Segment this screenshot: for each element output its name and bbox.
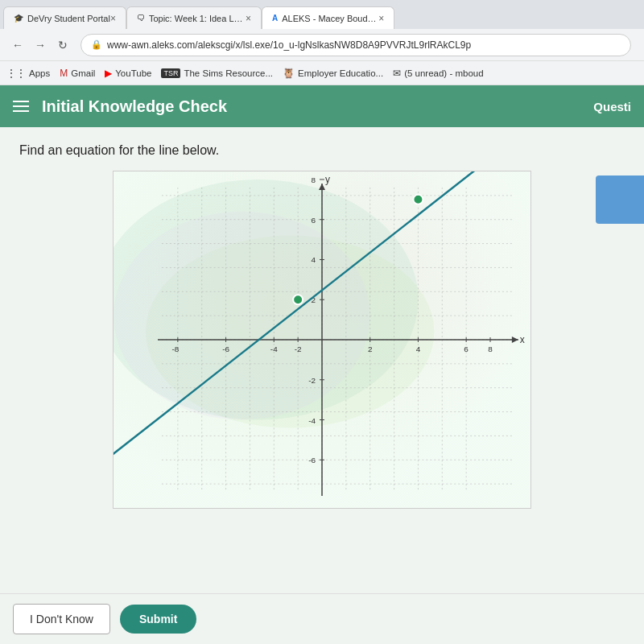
address-bar[interactable]: 🔒 www-awn.aleks.com/alekscgi/x/lsl.exe/1…	[80, 34, 631, 56]
tab-favicon-topic: 🗨	[137, 14, 145, 23]
svg-text:2: 2	[368, 345, 373, 353]
tab-topic[interactable]: 🗨 Topic: Week 1: Idea Lab (Discussi ×	[126, 6, 262, 29]
forward-button[interactable]: →	[29, 34, 52, 56]
gmail-icon: M	[60, 68, 68, 79]
submit-button[interactable]: Submit	[120, 605, 196, 634]
svg-text:-6: -6	[308, 456, 316, 464]
tab-label-devry: DeVry Student Portal	[27, 14, 110, 23]
svg-text:8: 8	[312, 175, 316, 184]
tab-label-topic: Topic: Week 1: Idea Lab (Discussi	[149, 14, 246, 23]
question-counter-label: Questi	[593, 100, 631, 114]
tab-close-devry[interactable]: ×	[110, 13, 116, 24]
svg-text:6: 6	[464, 345, 469, 353]
svg-text:-2: -2	[308, 376, 316, 385]
content-wrapper: Initial Knowledge Check Questi Find an e…	[0, 85, 644, 644]
aleks-header: Initial Knowledge Check Questi	[0, 85, 644, 127]
apps-icon: ⋮⋮	[6, 68, 26, 79]
browser-chrome: 🎓 DeVry Student Portal × 🗨 Topic: Week 1…	[0, 0, 644, 85]
employer-icon: 🦉	[283, 68, 295, 79]
svg-point-70	[413, 195, 423, 204]
bookmark-gmail-label: Gmail	[71, 68, 95, 78]
bookmark-youtube-label: YouTube	[115, 68, 151, 78]
bookmark-email[interactable]: ✉ (5 unread) - mboud	[393, 68, 483, 79]
svg-text:-4: -4	[308, 416, 316, 425]
svg-point-69	[293, 295, 303, 304]
bookmark-employer-label: Employer Educatio...	[298, 68, 383, 78]
svg-text:8: 8	[488, 345, 493, 353]
back-button[interactable]: ←	[6, 34, 29, 56]
question-text: Find an equation for the line below.	[19, 143, 625, 158]
bookmark-apps[interactable]: ⋮⋮ Apps	[6, 68, 50, 79]
bookmark-sims[interactable]: TSR The Sims Resource...	[161, 68, 273, 78]
svg-text:-8: -8	[171, 345, 179, 353]
hamburger-line-3	[13, 110, 29, 112]
tab-close-aleks[interactable]: ×	[378, 13, 384, 24]
bookmarks-bar: ⋮⋮ Apps M Gmail ▶ YouTube TSR The Sims R…	[0, 61, 644, 85]
tab-close-topic[interactable]: ×	[246, 13, 251, 24]
svg-text:x: x	[520, 334, 525, 345]
tab-favicon-devry: 🎓	[14, 14, 23, 23]
graph-container: x y -8 -6 -4 -2	[113, 171, 531, 509]
dont-know-button[interactable]: I Don't Know	[13, 604, 110, 634]
bookmark-gmail[interactable]: M Gmail	[60, 68, 95, 79]
bookmark-sims-label: The Sims Resource...	[184, 68, 273, 78]
sims-icon: TSR	[161, 68, 180, 78]
answer-box	[596, 175, 644, 224]
graph-svg: x y -8 -6 -4 -2	[114, 171, 530, 508]
youtube-icon: ▶	[105, 68, 112, 79]
bookmark-apps-label: Apps	[29, 68, 50, 78]
page-content: Initial Knowledge Check Questi Find an e…	[0, 85, 644, 644]
url-text: www-awn.aleks.com/alekscgi/x/lsl.exe/1o_…	[107, 39, 471, 51]
bookmark-youtube[interactable]: ▶ YouTube	[105, 68, 151, 79]
lock-icon: 🔒	[91, 39, 102, 50]
nav-bar: ← → ↻ 🔒 www-awn.aleks.com/alekscgi/x/lsl…	[0, 29, 644, 61]
tab-label-aleks: ALEKS - Macey Boudrea	[282, 14, 378, 23]
refresh-button[interactable]: ↻	[52, 34, 74, 56]
svg-text:4: 4	[312, 255, 316, 264]
menu-button[interactable]	[13, 101, 29, 112]
hamburger-line-2	[13, 105, 29, 107]
hamburger-line-1	[13, 101, 29, 102]
bookmark-email-label: (5 unread) - mboud	[404, 68, 483, 78]
tab-devry[interactable]: 🎓 DeVry Student Portal ×	[3, 6, 126, 29]
svg-text:6: 6	[312, 216, 316, 225]
svg-text:-6: -6	[222, 345, 229, 353]
tab-bar: 🎓 DeVry Student Portal × 🗨 Topic: Week 1…	[0, 0, 644, 29]
tab-aleks[interactable]: A ALEKS - Macey Boudrea ×	[262, 6, 394, 29]
main-area: Find an equation for the line below.	[0, 127, 644, 644]
svg-text:y: y	[325, 174, 330, 185]
email-icon: ✉	[393, 68, 401, 79]
svg-text:4: 4	[416, 345, 421, 353]
tab-favicon-aleks: A	[272, 14, 278, 23]
bookmark-employer[interactable]: 🦉 Employer Educatio...	[283, 68, 383, 79]
svg-text:-2: -2	[295, 345, 302, 353]
bottom-bar: I Don't Know Submit	[0, 593, 644, 644]
page-title: Initial Knowledge Check	[42, 97, 227, 116]
svg-text:-4: -4	[270, 345, 278, 353]
